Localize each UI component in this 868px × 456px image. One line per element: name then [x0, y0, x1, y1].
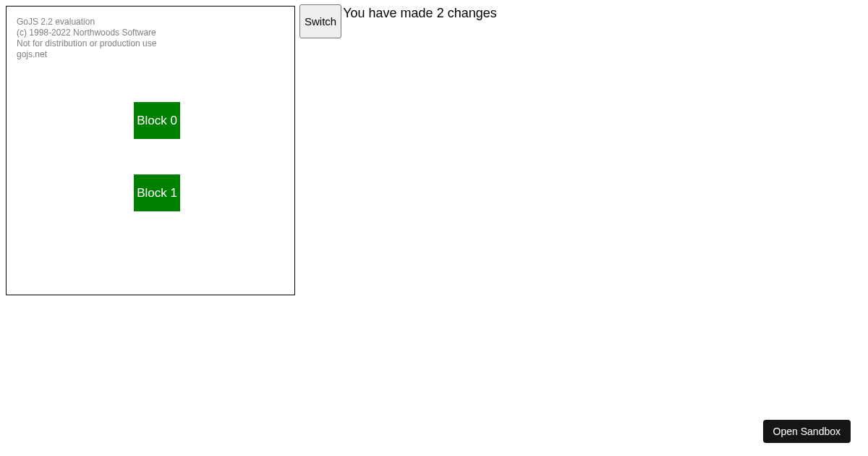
diagram-canvas[interactable]: GoJS 2.2 evaluation (c) 1998-2022 Northw… — [6, 6, 295, 295]
open-sandbox-button[interactable]: Open Sandbox — [763, 420, 851, 443]
node-label: Block 0 — [137, 114, 177, 127]
watermark-line: gojs.net — [17, 49, 156, 60]
switch-button[interactable]: Switch — [299, 4, 341, 38]
status-text: You have made 2 changes — [343, 6, 497, 21]
watermark-line: GoJS 2.2 evaluation — [17, 17, 156, 28]
diagram-node-block-0[interactable]: Block 0 — [134, 102, 180, 139]
watermark-line: (c) 1998-2022 Northwoods Software — [17, 28, 156, 38]
status-prefix: You have made — [343, 6, 436, 20]
diagram-node-block-1[interactable]: Block 1 — [134, 174, 180, 211]
status-suffix: changes — [444, 6, 497, 20]
watermark-line: Not for distribution or production use — [17, 38, 156, 49]
node-label: Block 1 — [137, 187, 177, 199]
status-count: 2 — [437, 6, 444, 20]
evaluation-watermark: GoJS 2.2 evaluation (c) 1998-2022 Northw… — [17, 17, 156, 60]
